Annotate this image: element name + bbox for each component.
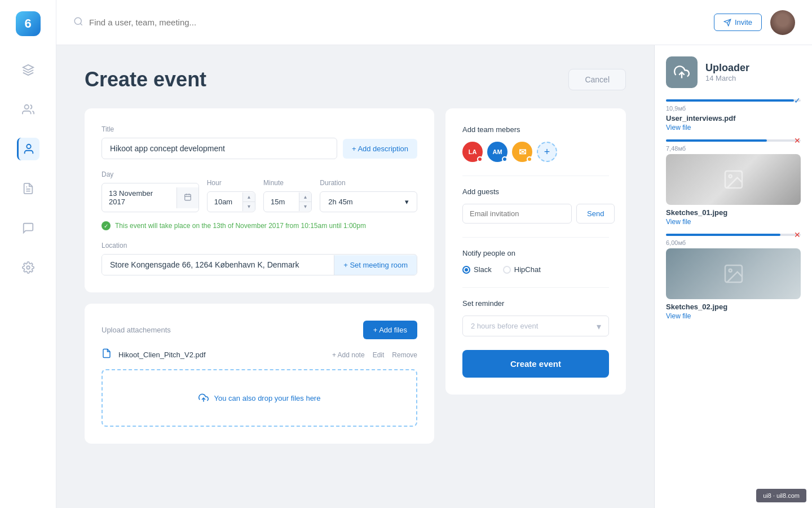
attachments-label: Upload attachements xyxy=(102,326,171,334)
hour-value: 10am xyxy=(208,192,242,212)
slack-label: Slack xyxy=(474,265,492,274)
svg-point-17 xyxy=(729,175,731,178)
uploader-title: Uploader xyxy=(705,62,749,74)
minute-up-button[interactable]: ▴ xyxy=(299,192,311,202)
form-right: Add team mebers LA AM ✉ xyxy=(445,108,626,455)
minute-field: Minute 15m ▴ ▾ xyxy=(263,179,312,212)
file3-progress-wrap: ✕ xyxy=(666,234,801,236)
guests-section: Add guests Send xyxy=(462,187,609,224)
main-wrapper: Create event Cancel Title + Add descript… xyxy=(56,45,812,508)
hour-field: Hour 10am ▴ ▾ xyxy=(207,179,255,212)
file2-progress-bar xyxy=(666,139,801,142)
file2-size: 7,48мб xyxy=(666,145,801,152)
date-text: 13 November 2017 xyxy=(102,183,176,212)
svg-marker-0 xyxy=(23,65,33,70)
location-input[interactable] xyxy=(102,255,328,275)
search-area xyxy=(73,16,714,29)
file3-progress-bar xyxy=(666,234,801,236)
attachments-header: Upload attachements + Add files xyxy=(102,321,417,339)
invite-button[interactable]: Invite xyxy=(714,14,762,31)
file1-progress-fill xyxy=(666,99,794,102)
file-name: Hikoot_Clien_Pitch_V2.pdf xyxy=(118,351,325,359)
add-note-link[interactable]: + Add note xyxy=(332,351,365,359)
edit-link[interactable]: Edit xyxy=(373,351,385,359)
day-field: Day 13 November 2017 xyxy=(102,170,199,212)
guests-label: Add guests xyxy=(462,187,609,196)
calendar-button[interactable] xyxy=(176,187,198,208)
file2-progress-fill xyxy=(666,139,767,142)
reminder-wrap: 2 hours before event xyxy=(462,316,609,336)
sidebar-item-person[interactable] xyxy=(17,138,39,160)
svg-point-6 xyxy=(74,17,81,24)
drop-zone-text: You can also drop your files here xyxy=(214,394,321,402)
uploader-date: 14 March xyxy=(705,74,749,82)
minute-value: 15m xyxy=(264,192,299,212)
duration-value: 2h 45m xyxy=(328,198,352,206)
svg-rect-10 xyxy=(184,194,191,200)
notify-section: Notify people on Slack HipChat xyxy=(462,249,609,274)
hour-down-button[interactable]: ▾ xyxy=(243,202,255,211)
team-member-LA[interactable]: LA xyxy=(462,142,483,162)
event-note: ✓ This event will take place on the 13th… xyxy=(102,221,417,230)
notify-options: Slack HipChat xyxy=(462,265,609,274)
form-columns: Title + Add description Day 13 November … xyxy=(85,108,626,455)
minute-down-button[interactable]: ▾ xyxy=(299,202,311,211)
remove-link[interactable]: Remove xyxy=(392,351,417,359)
team-member-AM-dot xyxy=(502,156,508,162)
sidebar: 6 xyxy=(0,0,56,508)
drop-zone[interactable]: You can also drop your files here xyxy=(102,369,417,427)
set-meeting-room-button[interactable]: + Set meeting room xyxy=(334,255,417,275)
add-files-button[interactable]: + Add files xyxy=(363,321,417,339)
file2-progress-wrap: ✕ xyxy=(666,139,801,142)
file1-progress-bar xyxy=(666,99,801,102)
send-button[interactable]: Send xyxy=(576,204,615,224)
svg-point-5 xyxy=(27,266,30,269)
right-panel-card: Add team mebers LA AM ✉ xyxy=(445,108,626,395)
file3-size: 6,00мб xyxy=(666,239,801,246)
file1-view-link[interactable]: View file xyxy=(666,124,801,132)
file1-name: User_interviews.pdf xyxy=(666,114,801,122)
team-member-3[interactable]: ✉ xyxy=(512,142,532,162)
create-event-button[interactable]: Create event xyxy=(462,350,609,378)
logo[interactable]: 6 xyxy=(16,11,41,36)
title-row: + Add description xyxy=(102,138,417,159)
sidebar-item-chat[interactable] xyxy=(17,217,39,239)
file2-view-link[interactable]: View file xyxy=(666,218,801,226)
team-label: Add team mebers xyxy=(462,125,609,134)
uploader-sidebar: Uploader 14 March ✓ 10,9мб User_intervie… xyxy=(654,45,812,508)
notify-option-slack[interactable]: Slack xyxy=(462,265,492,274)
team-member-AM[interactable]: AM xyxy=(487,142,508,162)
file2-thumbnail xyxy=(666,154,801,205)
sidebar-item-layers[interactable] xyxy=(17,59,39,81)
hour-up-button[interactable]: ▴ xyxy=(243,192,255,202)
svg-point-19 xyxy=(729,269,731,272)
file-icon xyxy=(102,348,112,361)
hour-input-wrap: 10am ▴ ▾ xyxy=(207,191,255,212)
form-left: Title + Add description Day 13 November … xyxy=(85,108,434,455)
file3-close-icon[interactable]: ✕ xyxy=(794,230,801,239)
email-input[interactable] xyxy=(462,204,572,224)
avatar[interactable] xyxy=(770,10,795,35)
watermark: ui8 · uil8.com xyxy=(756,489,806,502)
reminder-select[interactable]: 2 hours before event xyxy=(462,316,609,336)
add-member-button[interactable]: + xyxy=(537,142,557,162)
title-input[interactable] xyxy=(102,138,337,159)
sidebar-item-users[interactable] xyxy=(17,98,39,121)
hipchat-radio[interactable] xyxy=(503,266,511,274)
email-row: Send xyxy=(462,204,609,224)
page-header: Create event Cancel xyxy=(85,68,626,91)
search-input[interactable] xyxy=(89,17,258,27)
duration-wrap[interactable]: 2h 45m ▾ xyxy=(320,191,417,212)
cancel-button[interactable]: Cancel xyxy=(568,69,626,90)
sidebar-item-settings[interactable] xyxy=(17,256,39,279)
sidebar-item-document[interactable] xyxy=(17,177,39,200)
reminder-section: Set reminder 2 hours before event xyxy=(462,299,609,336)
file2-close-icon[interactable]: ✕ xyxy=(794,136,801,145)
add-description-button[interactable]: + Add description xyxy=(343,139,417,159)
file3-view-link[interactable]: View file xyxy=(666,312,801,320)
notify-option-hipchat[interactable]: HipChat xyxy=(503,265,541,274)
team-member-3-dot xyxy=(527,156,532,162)
file3-thumbnail xyxy=(666,248,801,299)
team-member-LA-dot xyxy=(477,156,483,162)
slack-radio[interactable] xyxy=(462,266,470,274)
